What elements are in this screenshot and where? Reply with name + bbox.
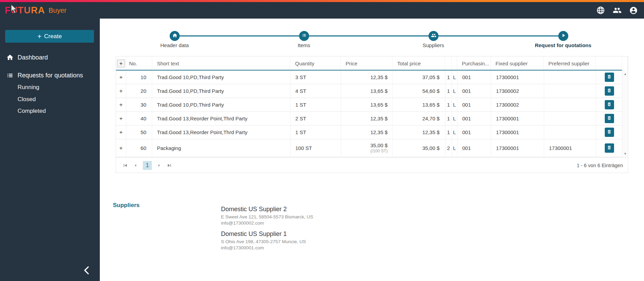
supplier-email: info@17300002.com xyxy=(221,220,313,226)
sidebar-item-requests-for-quotations[interactable]: Requests for quotations xyxy=(0,68,100,82)
pagination-bar: 1 1 - 6 von 6 Einträgen xyxy=(116,157,628,173)
cell-no: 50 xyxy=(126,126,152,139)
sidebar-subitem-closed[interactable]: Closed xyxy=(0,94,100,105)
delete-row-button[interactable] xyxy=(605,128,614,137)
step-header-data[interactable] xyxy=(170,31,180,41)
scroll-down-arrow-icon[interactable]: ▼ xyxy=(622,151,628,156)
home-icon xyxy=(172,33,178,40)
step-label-header-data: Header data xyxy=(130,42,219,48)
table-row: + 40 Trad.Good 13,Reorder Point,Thrd Par… xyxy=(116,112,623,126)
column-header-price: Price xyxy=(341,56,392,71)
table-row: + 60 Packaging 100 ST 35,00 $ (/100 ST) … xyxy=(116,139,623,157)
plus-icon: + xyxy=(38,33,42,40)
page-number-button[interactable]: 1 xyxy=(143,161,152,170)
previous-page-button[interactable] xyxy=(133,162,139,169)
cell-price: 13,65 $ xyxy=(341,98,393,111)
people-group-icon[interactable] xyxy=(613,6,622,15)
cell-flag-2: L xyxy=(452,98,457,111)
sidebar-subitem-running[interactable]: Running xyxy=(0,82,100,93)
supplier-address: E Sweet Ave 121, 58504-5573 Bismarck, US xyxy=(221,214,313,219)
expand-row-button[interactable]: + xyxy=(116,84,126,98)
sidebar: + Create Dashboard Requests for quotatio… xyxy=(0,19,100,281)
cell-quantity: 1 ST xyxy=(291,126,341,139)
cell-total-price: 54,60 $ xyxy=(393,84,445,98)
delete-row-button[interactable] xyxy=(605,114,614,123)
trash-icon xyxy=(607,129,612,135)
cell-fixed-supplier: 17300002 xyxy=(491,98,544,111)
delete-row-button[interactable] xyxy=(605,143,614,153)
column-header-quantity: Quantity xyxy=(290,56,341,71)
cell-short-text: Trad.Good 10,PD,Third Party xyxy=(152,98,291,111)
expand-row-button[interactable]: + xyxy=(116,139,126,157)
cell-purchasing: 001 xyxy=(457,112,491,125)
home-icon xyxy=(6,54,14,61)
globe-icon[interactable] xyxy=(596,6,605,15)
column-header-fixed-supplier: Fixed supplier xyxy=(491,56,544,71)
expand-row-button[interactable]: + xyxy=(116,98,126,111)
last-page-button[interactable] xyxy=(166,162,172,169)
trash-icon xyxy=(607,102,612,108)
items-table: + No. Short text Quantity Price Total pr… xyxy=(116,56,628,173)
supplier-card: Domestic US Supplier 2 E Sweet Ave 121, … xyxy=(221,206,313,226)
supplier-name: Domestic US Supplier 2 xyxy=(221,206,313,213)
cell-no: 30 xyxy=(126,98,152,111)
table-row: + 10 Trad.Good 10,PD,Third Party 3 ST 12… xyxy=(116,71,623,84)
next-page-button[interactable] xyxy=(156,162,162,169)
column-header-spacer xyxy=(622,56,628,71)
expand-row-button[interactable]: + xyxy=(116,112,126,125)
column-header-blank-1 xyxy=(445,56,452,71)
table-body: + 10 Trad.Good 10,PD,Third Party 3 ST 12… xyxy=(116,71,628,157)
cell-total-price: 35,00 $ xyxy=(393,139,445,157)
supplier-card: Domestic US Supplier 1 S Ohio Ave 198, 4… xyxy=(221,230,313,250)
step-suppliers[interactable] xyxy=(429,31,439,41)
cell-purchasing: 001 xyxy=(457,139,491,157)
create-button-label: Create xyxy=(44,33,62,40)
brand-product-label: Buyer xyxy=(49,7,66,14)
delete-row-button[interactable] xyxy=(605,100,614,109)
chevron-left-icon xyxy=(81,264,93,277)
step-label-request-for-quotations: Request for quotations xyxy=(518,42,608,48)
cell-price: 35,00 $ (/100 ST) xyxy=(370,142,388,154)
cell-flag-2: L xyxy=(452,71,457,84)
account-icon[interactable] xyxy=(629,6,638,15)
scroll-up-arrow-icon[interactable]: ▲ xyxy=(622,71,628,77)
cell-short-text: Trad.Good 10,PD,Third Party xyxy=(152,84,291,98)
expand-row-button[interactable]: + xyxy=(116,71,126,84)
step-request-for-quotations[interactable] xyxy=(558,31,568,41)
cell-flag-1: 1 xyxy=(445,112,452,125)
create-button[interactable]: + Create xyxy=(5,30,94,43)
cell-price: 12,35 $ xyxy=(341,112,393,125)
cell-preferred-supplier xyxy=(544,71,596,84)
cell-flag-1: 1 xyxy=(445,84,452,98)
table-row: + 30 Trad.Good 10,PD,Third Party 1 ST 13… xyxy=(116,98,623,112)
trash-icon xyxy=(607,88,612,94)
expand-all-button[interactable]: + xyxy=(117,60,125,67)
sidebar-item-dashboard[interactable]: Dashboard xyxy=(0,51,100,64)
delete-row-button[interactable] xyxy=(605,86,614,96)
list-icon xyxy=(302,33,307,39)
expand-row-button[interactable]: + xyxy=(116,126,126,139)
step-items[interactable] xyxy=(299,31,309,41)
sidebar-subitem-label: Closed xyxy=(18,96,36,103)
column-header-actions xyxy=(595,56,622,71)
cell-purchasing: 001 xyxy=(457,71,491,84)
cell-flag-1: 1 xyxy=(445,126,452,139)
cell-quantity: 3 ST xyxy=(291,71,341,84)
cell-total-price: 13,65 $ xyxy=(393,98,445,111)
sidebar-subitem-completed[interactable]: Completed xyxy=(0,106,100,117)
cell-quantity: 2 ST xyxy=(291,112,341,125)
cell-quantity: 1 ST xyxy=(291,98,341,111)
column-header-blank-2 xyxy=(452,56,457,71)
trash-icon xyxy=(607,74,612,80)
cell-no: 20 xyxy=(126,84,152,98)
delete-row-button[interactable] xyxy=(605,73,614,82)
cell-no: 60 xyxy=(126,139,152,157)
cell-preferred-supplier xyxy=(544,112,596,125)
cell-quantity: 100 ST xyxy=(291,139,341,157)
play-icon xyxy=(561,33,566,40)
first-page-button[interactable] xyxy=(122,162,128,169)
table-vertical-scrollbar[interactable]: ▲ ▼ xyxy=(622,71,628,157)
cell-preferred-supplier: 17300001 xyxy=(544,139,596,157)
sidebar-collapse-button[interactable] xyxy=(80,263,94,278)
brand-logo[interactable]: FUTURA xyxy=(5,5,45,16)
